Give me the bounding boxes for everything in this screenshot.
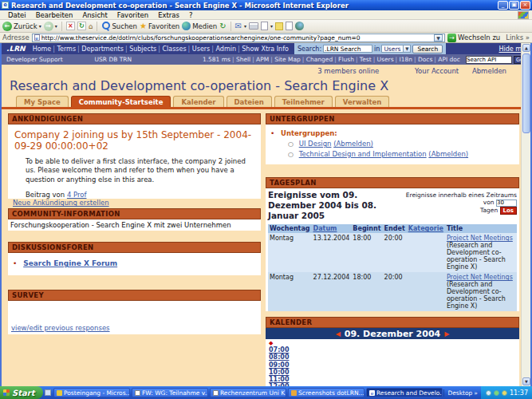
- menu-extras[interactable]: Extras: [153, 11, 184, 19]
- task-rechenzentrum[interactable]: Rechenzentrum Uni K...: [210, 388, 286, 397]
- time-slot-link[interactable]: 11:00: [269, 376, 288, 383]
- tab-verwalten[interactable]: Verwalten: [335, 96, 389, 107]
- edit-dropdown-icon[interactable]: ▾: [270, 23, 273, 29]
- messenger-icon[interactable]: [295, 22, 304, 30]
- menu-ansicht[interactable]: Ansicht: [77, 11, 112, 19]
- dev-changed[interactable]: Changed: [301, 56, 333, 63]
- create-announcement-link[interactable]: Neue Ankündigung erstellen: [13, 199, 256, 207]
- calendar-next-icon[interactable]: ▶: [444, 330, 449, 338]
- nav-classes[interactable]: Classes: [157, 45, 187, 53]
- notes-icon[interactable]: [275, 22, 283, 30]
- event-link[interactable]: Project Net Meetings: [447, 274, 513, 281]
- nav-home[interactable]: Home: [32, 45, 53, 53]
- close-button[interactable]: ×: [520, 1, 530, 10]
- dev-test[interactable]: Test: [355, 56, 372, 63]
- go-button[interactable]: → Wechseln zu: [447, 34, 500, 42]
- tab-my-space[interactable]: My Space: [16, 96, 69, 107]
- nav-xtra-info[interactable]: Show Xtra Info: [237, 45, 290, 53]
- forward-button[interactable]: → ▾: [44, 22, 57, 31]
- scrollbar-thumb[interactable]: [522, 53, 530, 133]
- edit-icon[interactable]: [261, 22, 268, 30]
- author-link[interactable]: 4 Prof: [67, 191, 87, 199]
- search-scope-select[interactable]: Users ▼: [381, 45, 411, 53]
- refresh-icon[interactable]: ↻: [77, 22, 86, 30]
- dev-shell[interactable]: Shell: [231, 56, 251, 63]
- time-slot-link[interactable]: 08:00: [269, 354, 288, 361]
- address-dropdown-icon[interactable]: ▼: [434, 34, 443, 41]
- forum-link[interactable]: Search Engine X Forum: [23, 259, 117, 267]
- forward-dropdown-icon[interactable]: ▾: [55, 23, 57, 29]
- discuss-icon[interactable]: [286, 22, 293, 30]
- nav-departments[interactable]: Departments: [77, 45, 124, 53]
- tray-icon[interactable]: [494, 390, 499, 396]
- tab-community-startseite[interactable]: Community-Startseite: [71, 96, 171, 107]
- your-account-link[interactable]: Your Account: [415, 67, 459, 75]
- desktop-toolbar[interactable]: Desktop »: [443, 389, 481, 397]
- tab-dateien[interactable]: Dateien: [227, 96, 272, 107]
- chevron-icon[interactable]: »: [474, 389, 478, 397]
- mail-dropdown-icon[interactable]: ▾: [244, 23, 246, 29]
- col-kategorie-sort[interactable]: Kategorie: [407, 224, 445, 233]
- back-dropdown-icon[interactable]: ▾: [39, 23, 41, 29]
- dev-apidoc[interactable]: API doc: [433, 56, 461, 63]
- tab-kalender[interactable]: Kalender: [173, 96, 223, 107]
- scroll-up-icon[interactable]: ▲: [522, 44, 530, 52]
- task-posteingang[interactable]: Posteingang - Micros...: [53, 388, 130, 397]
- home-icon[interactable]: ⌂: [89, 22, 93, 30]
- task-screenshots[interactable]: Screenshots dotLRN...: [288, 388, 365, 397]
- stop-icon[interactable]: ×: [66, 22, 75, 30]
- task-fw-wg-teilnahme[interactable]: FW: WG: Teilnahme v...: [132, 388, 208, 397]
- time-slot-link[interactable]: 10:00: [269, 369, 288, 376]
- dev-i18n[interactable]: I18n: [395, 56, 413, 63]
- links-toolbar[interactable]: Links »: [506, 34, 530, 41]
- nav-admin[interactable]: Admin: [211, 45, 237, 53]
- tab-teilnehmer[interactable]: Teilnehmer: [274, 96, 333, 107]
- lrn-logo[interactable]: .LRN: [2, 45, 32, 53]
- survey-responses-link[interactable]: view/edit previous responses: [11, 324, 258, 332]
- tray-icon[interactable]: [502, 390, 507, 396]
- col-datum-sort[interactable]: Datum: [312, 224, 352, 233]
- print-icon[interactable]: [249, 22, 258, 30]
- menu-bearbeiten[interactable]: Bearbeiten: [31, 11, 78, 19]
- scroll-down-icon[interactable]: ▼: [522, 377, 530, 385]
- logout-link[interactable]: Abmelden: [472, 67, 506, 75]
- nav-users[interactable]: Users: [187, 45, 211, 53]
- subgroup-technical-link[interactable]: Technical Design and Implementation: [299, 150, 427, 158]
- menu-help[interactable]: ?: [184, 11, 198, 19]
- menu-datei[interactable]: Datei: [3, 11, 31, 19]
- lrn-search-input[interactable]: [323, 45, 372, 53]
- dev-sitemap[interactable]: Site Map: [270, 56, 301, 63]
- vertical-scrollbar[interactable]: ▲ ▼: [521, 43, 530, 386]
- subgroup-ui-design-unsubscribe[interactable]: (Abmelden): [333, 140, 373, 148]
- event-link[interactable]: Project Net Meetings: [447, 235, 513, 242]
- time-slot-link[interactable]: 07:00: [269, 346, 288, 354]
- quick-launch[interactable]: [43, 386, 53, 399]
- filter-days-input[interactable]: [496, 200, 517, 207]
- dev-users[interactable]: Users: [372, 56, 395, 63]
- back-button[interactable]: ← Zurück ▾: [2, 22, 41, 31]
- subgroup-ui-design-link[interactable]: UI Design: [299, 140, 332, 148]
- developer-support-label[interactable]: Developer Support: [6, 56, 63, 63]
- filter-go-button[interactable]: Los: [500, 207, 517, 215]
- search-button[interactable]: Suchen: [101, 22, 136, 30]
- dev-docs[interactable]: Docs: [413, 56, 433, 63]
- media-button[interactable]: Medien: [182, 22, 217, 30]
- address-input[interactable]: e http://www.theservice.de/dotlrn/clubs/…: [32, 34, 445, 42]
- nav-subjects[interactable]: Subjects: [124, 45, 157, 53]
- subgroup-technical-unsubscribe[interactable]: (Abmelden): [428, 150, 468, 158]
- tray-icon[interactable]: [486, 390, 491, 396]
- nav-terms[interactable]: Terms: [52, 45, 77, 53]
- time-slot-link[interactable]: 09:00: [269, 361, 288, 369]
- lrn-search-button[interactable]: Search: [412, 45, 443, 53]
- address-url[interactable]: http://www.theservice.de/dotlrn/clubs/fo…: [41, 34, 432, 41]
- calendar-prev-icon[interactable]: ◀: [336, 330, 341, 338]
- search-api-input[interactable]: [466, 56, 512, 64]
- menu-favoriten[interactable]: Favoriten: [112, 11, 153, 19]
- maximize-button[interactable]: ▣: [509, 1, 519, 10]
- start-button[interactable]: Start: [0, 386, 43, 399]
- favorites-button[interactable]: ★ Favoriten: [140, 22, 179, 30]
- mail-icon[interactable]: ✉: [235, 22, 242, 30]
- dev-flush[interactable]: Flush: [333, 56, 355, 63]
- task-research-active[interactable]: e Research and Develo...: [366, 388, 443, 397]
- minimize-button[interactable]: _: [498, 1, 508, 10]
